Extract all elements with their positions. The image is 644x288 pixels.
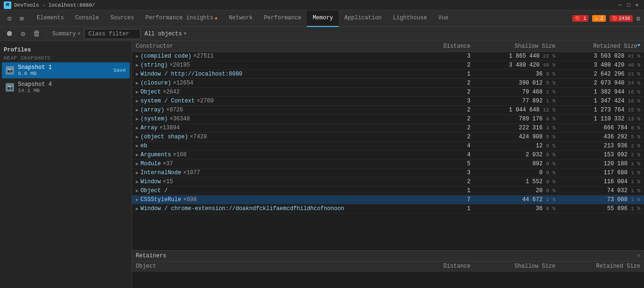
constructor-cell[interactable]: ▶InternalNode×1077 — [132, 169, 432, 178]
expand-arrow-icon[interactable]: ▶ — [136, 117, 139, 122]
constructor-cell[interactable]: ▶(object shape)×7420 — [132, 133, 432, 142]
table-row[interactable]: ▶Object /120 0 %74 032 1 % — [132, 186, 644, 195]
tab-vue[interactable]: Vue — [433, 10, 454, 27]
constructor-cell[interactable]: ▶(system)×36348 — [132, 115, 432, 124]
expand-arrow-icon[interactable]: ▶ — [136, 99, 139, 104]
constructor-cell[interactable]: ▶system / Context×2760 — [132, 97, 432, 106]
sidebar-record-button[interactable]: ⏺ — [2, 28, 17, 40]
tab-sources[interactable]: Sources — [105, 10, 140, 27]
title-bar-controls[interactable]: ─ □ ✕ — [617, 2, 640, 8]
minimize-button[interactable]: ─ — [617, 2, 623, 8]
tab-performance-insights[interactable]: Performance insights ▲ — [140, 10, 223, 27]
tab-lighthouse[interactable]: Lighthouse — [388, 10, 433, 27]
shallow-size-cell: 0 0 % — [474, 169, 559, 178]
expand-arrow-icon[interactable]: ▶ — [136, 206, 139, 212]
snapshot-item-4[interactable]: 📷 Snapshot 4 14.1 MB — [2, 79, 130, 95]
expand-arrow-icon[interactable]: ▶ — [136, 126, 139, 131]
constructor-header[interactable]: Constructor — [132, 41, 432, 52]
table-row[interactable]: ▶Arguments×10842 032 0 %153 092 2 % — [132, 151, 644, 160]
sidebar-stop-button[interactable]: ⊘ — [17, 28, 29, 40]
constructor-cell[interactable]: ▶Window×15 — [132, 178, 432, 186]
table-row[interactable]: ▶(object shape)×74202424 908 5 %436 292 … — [132, 133, 644, 142]
snapshot-name-4: Snapshot 4 — [18, 81, 126, 88]
expand-arrow-icon[interactable]: ▶ — [136, 72, 139, 77]
close-button[interactable]: ✕ — [634, 2, 640, 8]
expand-arrow-icon[interactable]: ▶ — [136, 197, 139, 203]
constructor-cell[interactable]: ▶Object / — [132, 186, 432, 195]
expand-arrow-icon[interactable]: ▶ — [136, 63, 139, 68]
table-row[interactable]: ▶Window / http://localhost:8080136 0 %2 … — [132, 70, 644, 79]
retained-percent: 1 % — [631, 188, 640, 194]
table-row[interactable]: ▶CSSStyleRule×698744 672 1 %73 008 1 % — [132, 195, 644, 204]
tab-performance[interactable]: Performance — [258, 10, 307, 27]
constructor-cell[interactable]: ▶eb — [132, 142, 432, 151]
shallow-size-header[interactable]: Shallow Size — [474, 41, 559, 52]
expand-arrow-icon[interactable]: ▶ — [136, 90, 139, 95]
table-row[interactable]: ▶(closure)×126542390 012 5 %2 073 940 24… — [132, 79, 644, 88]
table-row[interactable]: ▶Array×138942222 316 3 %666 784 8 % — [132, 124, 644, 133]
snapshot-icon-1: 📷 — [6, 66, 14, 75]
constructor-name: Array — [140, 125, 157, 131]
constructor-cell[interactable]: ▶Window / http://localhost:8080 — [132, 70, 432, 79]
retained-percent: 5 % — [631, 134, 640, 140]
table-row[interactable]: ▶(compiled code)×2751131 865 440 22 %3 5… — [132, 52, 644, 61]
issues-badge[interactable]: 🔴 2436 — [610, 15, 633, 22]
tab-network[interactable]: Network — [223, 10, 258, 27]
constructor-count: ×15 — [163, 178, 173, 185]
expand-arrow-icon[interactable]: ▶ — [136, 179, 139, 185]
heap-table-container[interactable]: Constructor Distance Shallow Size Retain… — [132, 41, 644, 250]
tab-memory[interactable]: Memory — [307, 10, 339, 27]
expand-arrow-icon[interactable]: ▶ — [136, 188, 139, 194]
retained-size-header[interactable]: Retained Size ▼ — [559, 41, 644, 52]
constructor-cell[interactable]: ▶Array×13894 — [132, 124, 432, 133]
table-row[interactable]: ▶(string)×2019523 480 420 40 %3 480 420 … — [132, 61, 644, 70]
table-row[interactable]: ▶InternalNode×107730 0 %117 680 1 % — [132, 169, 644, 178]
expand-arrow-icon[interactable]: ▶ — [136, 161, 139, 167]
sidebar-clear-button[interactable]: 🗑 — [29, 28, 44, 40]
inspect-button[interactable]: ⊡ — [4, 13, 15, 24]
constructor-cell[interactable]: ▶CSSStyleRule×698 — [132, 195, 432, 204]
save-button-1[interactable]: Save — [114, 68, 126, 73]
expand-arrow-icon[interactable]: ▶ — [136, 54, 139, 59]
table-row[interactable]: ▶Object×2642279 468 1 %1 382 944 16 % — [132, 88, 644, 97]
class-filter-input[interactable]: Class filter — [84, 29, 140, 39]
tab-console[interactable]: Console — [70, 10, 105, 27]
retainers-menu-icon[interactable]: ≡ — [637, 254, 640, 259]
snapshot-item-1[interactable]: 📷 Snapshot 1 8.6 MB Save — [2, 62, 130, 78]
tab-elements[interactable]: Elements — [31, 10, 70, 27]
expand-arrow-icon[interactable]: ▶ — [136, 170, 139, 176]
constructor-cell[interactable]: ▶Arguments×108 — [132, 151, 432, 160]
shallow-percent: 22 % — [543, 53, 555, 59]
errors-badge[interactable]: 🔴 1 — [572, 15, 588, 22]
warnings-badge[interactable]: ⚠ 2 — [592, 15, 605, 22]
retained-value: 116 004 — [604, 178, 627, 185]
constructor-cell[interactable]: ▶Window / chrome-extension://doakndfckli… — [132, 204, 432, 213]
expand-arrow-icon[interactable]: ▶ — [136, 135, 139, 140]
table-row[interactable]: ▶system / Context×2760377 892 1 %1 347 4… — [132, 97, 644, 106]
table-row[interactable]: ▶Window×1521 552 0 %116 004 1 % — [132, 178, 644, 186]
tab-application[interactable]: Application — [339, 10, 387, 27]
settings-icon[interactable]: ⚙ — [636, 15, 640, 23]
constructor-count: ×20195 — [170, 62, 190, 68]
constructor-cell[interactable]: ▶(array)×8726 — [132, 106, 432, 115]
table-row[interactable]: ▶Window / chrome-extension://doakndfckli… — [132, 204, 644, 213]
table-row[interactable]: ▶Module×375892 0 %120 180 1 % — [132, 160, 644, 169]
table-row[interactable]: ▶(array)×872621 044 648 12 %1 273 764 15… — [132, 106, 644, 115]
table-row[interactable]: ▶(system)×363482789 176 9 %1 110 332 13 … — [132, 115, 644, 124]
distance-header[interactable]: Distance — [432, 41, 474, 52]
table-row[interactable]: ▶eb412 0 %213 936 2 % — [132, 142, 644, 151]
summary-dropdown[interactable]: Summary ▼ — [49, 29, 84, 39]
constructor-cell[interactable]: ▶(compiled code)×27511 — [132, 52, 432, 61]
constructor-cell[interactable]: ▶Object×2642 — [132, 88, 432, 97]
constructor-cell[interactable]: ▶(closure)×12654 — [132, 79, 432, 88]
device-toggle-button[interactable]: ⊞ — [16, 13, 27, 24]
constructor-cell[interactable]: ▶(string)×20195 — [132, 61, 432, 70]
expand-arrow-icon[interactable]: ▶ — [136, 144, 139, 149]
maximize-button[interactable]: □ — [625, 2, 632, 8]
expand-arrow-icon[interactable]: ▶ — [136, 152, 139, 158]
constructor-cell[interactable]: ▶Module×37 — [132, 160, 432, 169]
all-objects-dropdown[interactable]: All objects ▼ — [140, 30, 197, 38]
expand-arrow-icon[interactable]: ▶ — [136, 81, 139, 86]
expand-arrow-icon[interactable]: ▶ — [136, 108, 139, 113]
summary-dropdown-arrow: ▼ — [78, 32, 80, 36]
